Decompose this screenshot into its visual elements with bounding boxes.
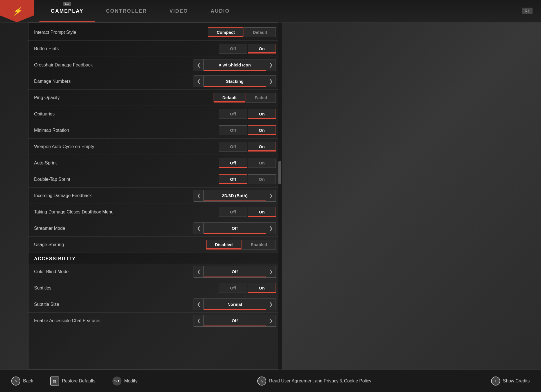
privacy-policy-icon: △ [257,377,266,386]
ping-opacity-default-btn[interactable]: Default [214,93,245,103]
setting-ping-opacity: Ping Opacity Default Faded [28,90,281,106]
tab-video-label: VIDEO [169,8,188,14]
ping-opacity-control: Default Faded [214,93,276,103]
minimap-rotation-on-btn[interactable]: On [248,125,276,135]
interact-prompt-style-control: Compact Default [208,27,276,37]
double-tap-sprint-off-btn[interactable]: Off [219,174,247,184]
usage-sharing-enabled-btn[interactable]: Enabled [242,240,276,250]
incoming-damage-prev-btn[interactable]: ❮ [194,190,204,202]
button-hints-control: Off On [219,44,276,54]
obituaries-off-btn[interactable]: Off [219,109,247,119]
setting-double-tap-sprint: Double-Tap Sprint Off On [28,171,281,188]
color-blind-mode-prev-btn[interactable]: ❮ [194,266,204,278]
streamer-mode-value: Off [204,222,266,234]
minimap-rotation-control: Off On [219,125,276,135]
restore-defaults-action[interactable]: ▦ Restore Defaults [50,377,96,386]
subtitle-size-prev-btn[interactable]: ❮ [194,299,204,310]
auto-sprint-on-btn[interactable]: On [248,158,276,168]
minimap-rotation-off-btn[interactable]: Off [219,125,247,135]
crosshair-damage-next-btn[interactable]: ❯ [266,59,276,71]
show-credits-label: Show Credits [503,378,530,384]
streamer-mode-prev-btn[interactable]: ❮ [194,222,204,234]
show-credits-icon: ○ [491,377,500,386]
setting-incoming-damage: Incoming Damage Feedback ❮ 2D/3D (Both) … [28,188,281,204]
subtitles-label: Subtitles [34,286,219,291]
privacy-policy-action[interactable]: △ Read User Agreement and Privacy & Cook… [257,377,371,386]
taking-damage-deathbox-control: Off On [219,207,276,217]
r1-indicator: R1 [522,8,533,14]
auto-sprint-control: Off On [219,158,276,168]
damage-numbers-control: ❮ Stacking ❯ [194,75,276,87]
subtitle-size-value: Normal [204,299,266,310]
modify-label: Modify [124,378,138,384]
incoming-damage-next-btn[interactable]: ❯ [266,190,276,202]
bottom-center: △ Read User Agreement and Privacy & Cook… [154,377,474,386]
minimap-rotation-label: Minimap Rotation [34,128,219,133]
restore-defaults-label: Restore Defaults [62,378,96,384]
damage-numbers-next-btn[interactable]: ❯ [266,75,276,87]
double-tap-sprint-control: Off On [219,174,276,184]
button-hints-on-btn[interactable]: On [248,44,276,54]
button-hints-label: Button Hints [34,46,219,51]
scrollbar-thumb[interactable] [278,161,281,184]
interact-prompt-default-btn[interactable]: Default [244,27,276,37]
weapon-auto-cycle-on-btn[interactable]: On [248,142,276,152]
settings-list: Interact Prompt Style Compact Default Bu… [28,23,282,369]
accessible-chat-control: ❮ Off ❯ [194,315,276,327]
subtitle-size-next-btn[interactable]: ❯ [266,299,276,310]
crosshair-damage-control: ❮ X w/ Shield Icon ❯ [194,59,276,71]
modify-action[interactable]: ✦/✦ Modify [112,377,138,386]
nav-tabs: L1 GAMEPLAY CONTROLLER VIDEO AUDIO [39,0,522,22]
tab-gameplay-label: GAMEPLAY [51,8,83,14]
subtitles-control: Off On [219,283,276,293]
interact-prompt-compact-btn[interactable]: Compact [208,27,243,37]
setting-interact-prompt-style: Interact Prompt Style Compact Default [28,24,281,41]
crosshair-damage-prev-btn[interactable]: ❮ [194,59,204,71]
streamer-mode-next-btn[interactable]: ❯ [266,222,276,234]
setting-subtitle-size: Subtitle Size ❮ Normal ❯ [28,296,281,313]
setting-obituaries: Obituaries Off On [28,106,281,122]
obituaries-on-btn[interactable]: On [248,109,276,119]
setting-streamer-mode: Streamer Mode ❮ Off ❯ [28,220,281,237]
double-tap-sprint-on-btn[interactable]: On [248,174,276,184]
color-blind-mode-next-btn[interactable]: ❯ [266,266,276,278]
usage-sharing-label: Usage Sharing [34,242,206,247]
bottom-bar: ○ Back ▦ Restore Defaults ✦/✦ Modify △ R… [0,369,541,392]
back-action[interactable]: ○ Back [11,377,33,386]
streamer-mode-control: ❮ Off ❯ [194,222,276,234]
subtitles-on-btn[interactable]: On [248,283,276,293]
show-credits-action[interactable]: ○ Show Credits [491,377,530,386]
setting-crosshair-damage: Crosshair Damage Feedback ❮ X w/ Shield … [28,57,281,73]
interact-prompt-style-label: Interact Prompt Style [34,30,208,35]
accessible-chat-next-btn[interactable]: ❯ [266,315,276,327]
main-content: Interact Prompt Style Compact Default Bu… [28,23,513,369]
subtitle-size-label: Subtitle Size [34,302,194,307]
taking-damage-deathbox-label: Taking Damage Closes Deathbox Menu [34,210,219,215]
taking-damage-deathbox-on-btn[interactable]: On [248,207,276,217]
damage-numbers-prev-btn[interactable]: ❮ [194,75,204,87]
setting-weapon-auto-cycle: Weapon Auto-Cycle on Empty Off On [28,139,281,155]
auto-sprint-label: Auto-Sprint [34,161,219,166]
tab-video[interactable]: VIDEO [158,0,199,22]
accessible-chat-prev-btn[interactable]: ❮ [194,315,204,327]
streamer-mode-label: Streamer Mode [34,226,194,231]
scrollbar[interactable] [278,23,282,369]
button-hints-off-btn[interactable]: Off [219,44,247,54]
weapon-auto-cycle-control: Off On [219,142,276,152]
l1-indicator: L1 [63,2,71,6]
usage-sharing-disabled-btn[interactable]: Disabled [206,240,241,250]
taking-damage-deathbox-off-btn[interactable]: Off [219,207,247,217]
incoming-damage-label: Incoming Damage Feedback [34,193,194,198]
setting-accessible-chat: Enable Accessible Chat Features ❮ Off ❯ [28,313,281,329]
back-label: Back [23,378,33,384]
subtitles-off-btn[interactable]: Off [219,283,247,293]
accessible-chat-label: Enable Accessible Chat Features [34,318,194,323]
tab-audio[interactable]: AUDIO [199,0,241,22]
auto-sprint-off-btn[interactable]: Off [219,158,247,168]
tab-gameplay[interactable]: L1 GAMEPLAY [39,0,95,22]
usage-sharing-control: Disabled Enabled [206,240,276,250]
ping-opacity-faded-btn[interactable]: Faded [246,93,276,103]
setting-minimap-rotation: Minimap Rotation Off On [28,122,281,139]
tab-controller[interactable]: CONTROLLER [95,0,158,22]
weapon-auto-cycle-off-btn[interactable]: Off [219,142,247,152]
